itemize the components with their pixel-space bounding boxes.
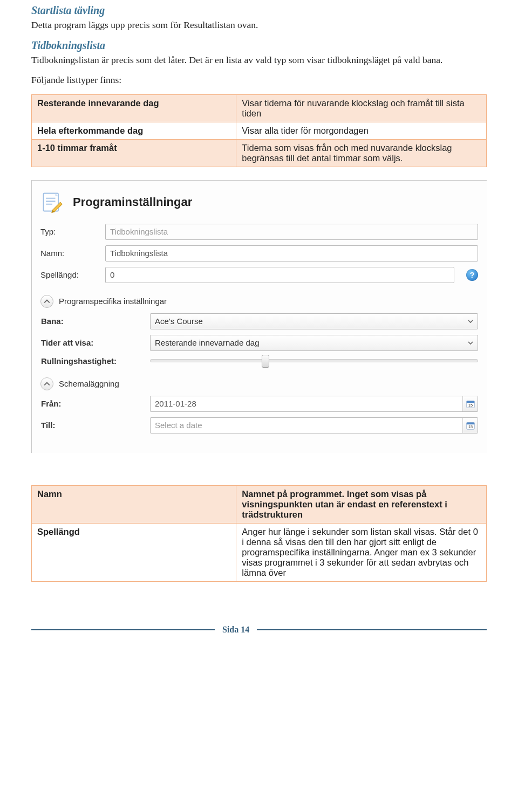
rullning-slider[interactable]: [150, 359, 478, 362]
typ-label: Typ:: [40, 227, 99, 236]
namn-label: Namn:: [40, 249, 99, 258]
till-label: Till:: [41, 421, 144, 430]
fran-value: 2011-01-28: [155, 399, 196, 408]
chevron-up-icon: [40, 295, 53, 308]
typ-input[interactable]: Tidbokningslista: [105, 224, 478, 240]
svg-text:15: 15: [468, 424, 473, 429]
listtypes-table: Resterande innevarande dag Visar tiderna…: [31, 94, 487, 167]
programspecifika-label: Programspecifika inställningar: [59, 297, 167, 306]
cell-key: Spellängd: [32, 523, 236, 581]
panel-heading: Programinställningar: [73, 195, 192, 209]
help-icon[interactable]: ?: [466, 269, 478, 281]
schemalaggning-label: Schemaläggning: [59, 379, 119, 388]
cell-key: Hela efterkommande dag: [32, 122, 236, 139]
chevron-down-icon: [468, 316, 473, 326]
footer-rule: [31, 629, 215, 630]
spellangd-label: Spellängd:: [40, 270, 99, 279]
cell-val: Namnet på programmet. Inget som visas på…: [236, 485, 487, 523]
bana-value: Ace's Course: [155, 316, 203, 326]
calendar-icon[interactable]: 15: [462, 418, 478, 433]
page-footer: Sida 14: [31, 625, 487, 635]
spellangd-input[interactable]: 0: [105, 267, 454, 283]
programspecifika-toggle[interactable]: Programspecifika inställningar: [40, 295, 478, 308]
program-settings-panel: Programinställningar Typ: Tidbokningslis…: [31, 180, 487, 453]
typ-value: Tidbokningslista: [110, 227, 168, 236]
page-number: Sida 14: [222, 625, 249, 635]
para-listtyper: Följande listtyper finns:: [31, 74, 487, 87]
fields-table: Namn Namnet på programmet. Inget som vis…: [31, 485, 487, 582]
cell-val: Visar tiderna för nuvarande klockslag oc…: [236, 94, 487, 122]
calendar-icon[interactable]: 15: [462, 396, 478, 411]
tider-value: Resterande innevarnade dag: [155, 338, 259, 347]
bana-combo[interactable]: Ace's Course: [150, 313, 478, 329]
table-row: Namn Namnet på programmet. Inget som vis…: [32, 485, 487, 523]
namn-value: Tidbokningslista: [110, 249, 168, 258]
rullning-label: Rullningshastighet:: [41, 356, 144, 366]
note-edit-icon: [40, 190, 64, 214]
para-tidbokningslista: Tidbokningslistan är precis som det låte…: [31, 54, 487, 67]
tider-label: Tider att visa:: [41, 338, 144, 347]
footer-rule: [257, 629, 487, 630]
schemalaggning-toggle[interactable]: Schemaläggning: [40, 377, 478, 390]
table-row: Spellängd Anger hur länge i sekunder som…: [32, 523, 487, 581]
chevron-down-icon: [468, 338, 473, 347]
para-startlista: Detta program läggs upp precis som för R…: [31, 19, 487, 32]
till-datepicker[interactable]: Select a date 15: [150, 417, 478, 433]
slider-thumb[interactable]: [262, 355, 269, 368]
heading-tidbokningslista: Tidbokningslista: [31, 39, 487, 52]
cell-key: Resterande innevarande dag: [32, 94, 236, 122]
cell-key: 1-10 timmar framåt: [32, 139, 236, 167]
table-row: Resterande innevarande dag Visar tiderna…: [32, 94, 487, 122]
table-row: 1-10 timmar framåt Tiderna som visas frå…: [32, 139, 487, 167]
fran-label: Från:: [41, 399, 144, 408]
cell-val: Visar alla tider för morgondagen: [236, 122, 487, 139]
spellangd-value: 0: [110, 270, 114, 279]
bana-label: Bana:: [41, 316, 144, 326]
cell-key: Namn: [32, 485, 236, 523]
fran-datepicker[interactable]: 2011-01-28 15: [150, 396, 478, 412]
till-placeholder: Select a date: [155, 421, 202, 430]
chevron-up-icon: [40, 377, 53, 390]
table-row: Hela efterkommande dag Visar alla tider …: [32, 122, 487, 139]
heading-startlista: Startlista tävling: [31, 4, 487, 17]
svg-text:15: 15: [468, 403, 473, 408]
namn-input[interactable]: Tidbokningslista: [105, 245, 478, 262]
tider-combo[interactable]: Resterande innevarnade dag: [150, 335, 478, 351]
cell-val: Anger hur länge i sekunder som listan sk…: [236, 523, 487, 581]
cell-val: Tiderna som visas från och med nuvarande…: [236, 139, 487, 167]
